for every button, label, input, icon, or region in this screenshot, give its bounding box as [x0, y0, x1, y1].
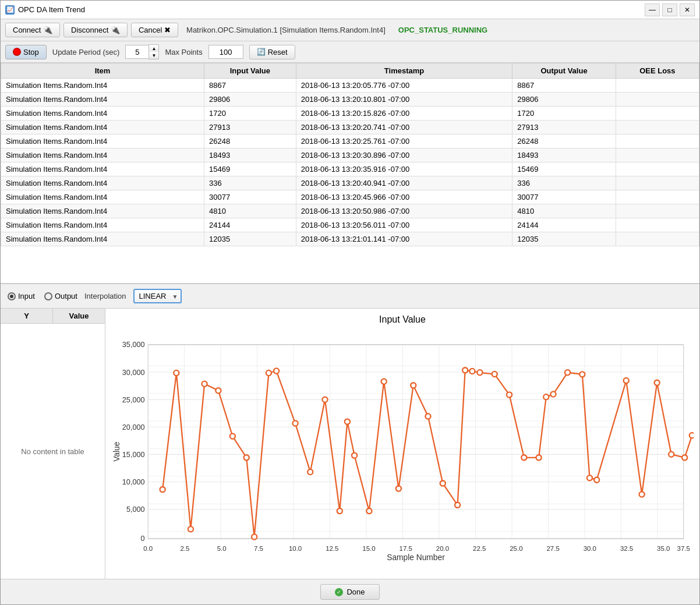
footer: ✓ Done	[1, 579, 699, 604]
svg-text:20,000: 20,000	[122, 423, 145, 431]
svg-text:35,000: 35,000	[122, 341, 145, 349]
svg-point-58	[455, 503, 460, 508]
reset-button[interactable]: 🔄 Reset	[249, 45, 295, 59]
cell-output: 26248	[512, 135, 616, 148]
svg-point-67	[550, 391, 556, 397]
svg-text:27.5: 27.5	[546, 545, 559, 552]
svg-point-63	[507, 392, 512, 397]
stop-label: Stop	[23, 48, 39, 56]
table-row[interactable]: Simulation Items.Random.Int4 12035 2018-…	[1, 232, 699, 246]
svg-text:5.0: 5.0	[217, 545, 227, 552]
svg-text:30,000: 30,000	[122, 369, 145, 377]
table-row[interactable]: Simulation Items.Random.Int4 18493 2018-…	[1, 148, 699, 162]
main-toolbar: Connect 🔌 Disconnect 🔌 Cancel ✖ Matrikon…	[1, 19, 699, 41]
svg-text:7.5: 7.5	[254, 545, 263, 552]
svg-point-69	[579, 372, 585, 377]
svg-point-71	[594, 477, 599, 483]
chart-controls: Input Output Interpolation LINEAR STEP C…	[1, 284, 699, 309]
svg-text:0.0: 0.0	[143, 545, 153, 552]
svg-point-57	[440, 481, 446, 486]
table-row[interactable]: Simulation Items.Random.Int4 4810 2018-0…	[1, 204, 699, 218]
output-radio-dot	[44, 292, 52, 300]
chart-title: Input Value	[111, 314, 694, 325]
col-oee-loss: OEE Loss	[616, 63, 699, 79]
reset-label: Reset	[268, 48, 288, 56]
interpolation-label: Interpolation	[84, 292, 126, 300]
table-row[interactable]: Simulation Items.Random.Int4 29806 2018-…	[1, 93, 699, 107]
svg-point-64	[521, 455, 526, 460]
cell-oee	[616, 107, 699, 121]
cell-item: Simulation Items.Random.Int4	[1, 218, 204, 232]
svg-text:15.0: 15.0	[362, 545, 375, 552]
svg-point-40	[215, 388, 221, 393]
maximize-button[interactable]: □	[662, 3, 677, 16]
table-row[interactable]: Simulation Items.Random.Int4 27913 2018-…	[1, 121, 699, 135]
update-period-input[interactable]	[125, 45, 149, 59]
table-row[interactable]: Simulation Items.Random.Int4 1720 2018-0…	[1, 107, 699, 121]
svg-text:10.0: 10.0	[289, 545, 302, 552]
cell-timestamp: 2018-06-13 13:20:20.741 -07:00	[296, 121, 512, 135]
table-row[interactable]: Simulation Items.Random.Int4 24144 2018-…	[1, 218, 699, 232]
disconnect-button[interactable]: Disconnect 🔌	[63, 23, 128, 37]
interpolation-select[interactable]: LINEAR STEP CUBIC	[133, 289, 182, 303]
svg-point-37	[174, 370, 179, 376]
svg-point-56	[425, 413, 430, 419]
svg-point-48	[322, 397, 327, 402]
spin-down-button[interactable]: ▼	[149, 52, 158, 59]
table-row[interactable]: Simulation Items.Random.Int4 336 2018-06…	[1, 176, 699, 190]
cancel-button[interactable]: Cancel ✖	[131, 23, 178, 37]
cell-input: 18493	[204, 148, 296, 162]
svg-text:30.0: 30.0	[584, 545, 596, 552]
window-controls: — □ ✕	[645, 3, 695, 16]
cell-oee	[616, 135, 699, 148]
window-title: OPC DA Item Trend	[18, 5, 645, 14]
cell-timestamp: 2018-06-13 13:20:50.986 -07:00	[296, 204, 512, 218]
col-input-value: Input Value	[204, 63, 296, 79]
spin-up-button[interactable]: ▲	[149, 45, 158, 52]
svg-point-55	[411, 383, 416, 388]
close-button[interactable]: ✕	[680, 3, 695, 16]
svg-point-62	[492, 372, 497, 377]
output-radio-item[interactable]: Output	[44, 292, 77, 300]
input-radio-item[interactable]: Input	[8, 292, 35, 300]
table-row[interactable]: Simulation Items.Random.Int4 30077 2018-…	[1, 190, 699, 204]
table-row[interactable]: Simulation Items.Random.Int4 15469 2018-…	[1, 162, 699, 176]
svg-point-60	[469, 369, 475, 374]
cell-input: 29806	[204, 93, 296, 107]
svg-text:37.5: 37.5	[677, 545, 690, 552]
connect-button[interactable]: Connect 🔌	[5, 23, 60, 37]
svg-text:10,000: 10,000	[122, 478, 145, 486]
svg-point-76	[682, 455, 687, 460]
svg-point-50	[345, 419, 350, 424]
cell-oee	[616, 204, 699, 218]
cell-timestamp: 2018-06-13 13:20:10.801 -07:00	[296, 93, 512, 107]
table-row[interactable]: Simulation Items.Random.Int4 26248 2018-…	[1, 135, 699, 148]
cell-output: 18493	[512, 148, 616, 162]
cell-timestamp: 2018-06-13 13:20:05.776 -07:00	[296, 79, 512, 93]
control-toolbar: Stop Update Period (sec) ▲ ▼ Max Points …	[1, 41, 699, 63]
svg-point-66	[543, 394, 549, 399]
update-period-spinbox: ▲ ▼	[125, 44, 159, 59]
table-scroll[interactable]: Item Input Value Timestamp Output Value …	[1, 63, 699, 264]
svg-point-77	[690, 433, 694, 438]
value-col-header: Value	[53, 309, 105, 323]
cell-item: Simulation Items.Random.Int4	[1, 190, 204, 204]
max-points-input[interactable]	[208, 45, 243, 59]
svg-point-44	[266, 370, 271, 376]
svg-text:35.0: 35.0	[657, 545, 670, 552]
cell-oee	[616, 218, 699, 232]
cell-item: Simulation Items.Random.Int4	[1, 148, 204, 162]
svg-text:22.5: 22.5	[473, 545, 486, 552]
cell-input: 24144	[204, 218, 296, 232]
minimize-button[interactable]: —	[645, 3, 660, 16]
table-row[interactable]: Simulation Items.Random.Int4 8867 2018-0…	[1, 79, 699, 93]
cell-item: Simulation Items.Random.Int4	[1, 135, 204, 148]
input-radio-label: Input	[18, 292, 35, 300]
cell-oee	[616, 162, 699, 176]
status-label: OPC_STATUS_RUNNING	[398, 26, 487, 34]
svg-text:Value: Value	[112, 441, 121, 462]
svg-text:25.0: 25.0	[510, 545, 522, 552]
stop-button[interactable]: Stop	[5, 45, 47, 59]
done-button[interactable]: ✓ Done	[320, 584, 379, 600]
cell-input: 336	[204, 176, 296, 190]
